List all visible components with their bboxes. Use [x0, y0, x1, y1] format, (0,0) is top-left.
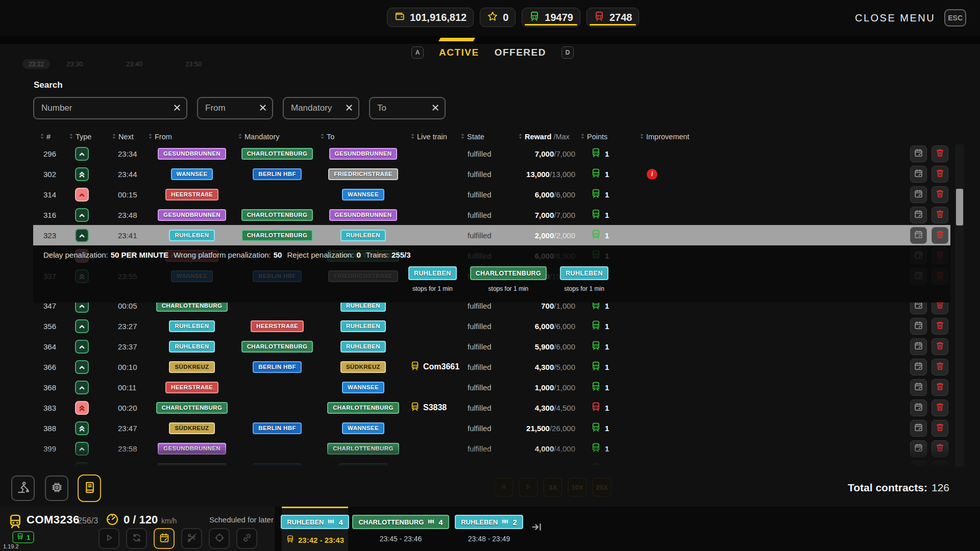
station-badge: HEERSTRAßE: [165, 382, 218, 393]
station-badge: WANNSEE: [342, 189, 384, 201]
uncouple-button[interactable]: [181, 528, 202, 549]
schedule-contract-button[interactable]: [910, 318, 927, 335]
schedule-contract-button[interactable]: [910, 207, 927, 223]
schedule-contract-button[interactable]: [910, 247, 927, 264]
contract-reward: 4,000/4,000: [517, 444, 580, 453]
schedule-stop[interactable]: RUHLEBEN423:42 - 23:43: [282, 507, 348, 551]
chevron-up-icon: [75, 401, 89, 415]
schedule-contract-button[interactable]: [910, 420, 927, 437]
red-trains-counter[interactable]: 2748: [586, 8, 640, 27]
delete-contract-button[interactable]: [932, 461, 948, 471]
contract-row[interactable]: 38823:47SÜDKREUZBERLIN HBFWANNSEEfulfill…: [33, 418, 950, 438]
delete-contract-button[interactable]: [932, 227, 948, 244]
tab-active[interactable]: ACTIVE: [439, 47, 479, 58]
clear-filter-button[interactable]: [172, 103, 183, 114]
column-header-type[interactable]: Type: [63, 133, 100, 141]
contract-row[interactable]: 35623:27RUHLEBENHEERSTRAßERUHLEBENfulfil…: [33, 316, 950, 336]
contract-row[interactable]: 30223:44WANNSEEBERLIN HBFFRIEDRICHSTRAßE…: [33, 164, 950, 184]
delete-contract-button[interactable]: [932, 145, 948, 162]
column-header-live[interactable]: Live train: [408, 133, 460, 141]
trash-icon: [935, 270, 945, 282]
contract-row[interactable]: 36423:37RUHLEBENCHARLOTTENBURGRUHLEBENfu…: [33, 336, 950, 357]
contract-row[interactable]: 32323:41RUHLEBENCHARLOTTENBURGRUHLEBENfu…: [33, 225, 950, 245]
skip-to-end-button[interactable]: [530, 521, 543, 534]
stop-duration-note: stops for 1 min: [564, 285, 604, 292]
close-menu-button[interactable]: CLOSE MENU: [855, 12, 935, 24]
delete-contract-button[interactable]: [932, 318, 948, 335]
schedule-contract-button[interactable]: [910, 186, 927, 203]
delete-contract-button[interactable]: [932, 379, 948, 396]
schedule-contract-button[interactable]: [910, 145, 927, 162]
chevron-up-icon: [75, 360, 89, 374]
column-header-improvement[interactable]: Improvement: [620, 133, 707, 141]
schedule-contract-button[interactable]: [910, 338, 927, 355]
column-header-points[interactable]: Points: [580, 133, 620, 141]
contracts-book-button[interactable]: [78, 474, 101, 502]
column-header-from[interactable]: From: [148, 133, 236, 141]
schedule-contract-button[interactable]: [910, 440, 927, 457]
delete-contract-button[interactable]: [932, 247, 948, 264]
tab-offered[interactable]: OFFERED: [495, 47, 546, 58]
schedule-stop[interactable]: CHARLOTTENBURG423:45 - 23:46: [353, 507, 448, 551]
stars-counter[interactable]: 0: [480, 8, 516, 27]
contract-row[interactable]: 36600:10SÜDKREUZBERLIN HBFSÜDKREUZCom366…: [33, 357, 950, 377]
schedule-contract-button[interactable]: [910, 461, 927, 471]
column-header-next[interactable]: Next: [100, 133, 148, 141]
train-id[interactable]: COM3236: [27, 513, 80, 527]
delete-contract-button[interactable]: [932, 338, 948, 355]
contract-row[interactable]: 38300:20CHARLOTTENBURGCHARLOTTENBURGS383…: [33, 397, 950, 418]
contract-row[interactable]: 40423:56FRIEDRICHSTRAßEBERLIN HBFTEMPELH…: [33, 459, 950, 470]
schedule-contract-button[interactable]: [910, 359, 927, 375]
clear-filter-button[interactable]: [344, 103, 355, 114]
repeat-route-button[interactable]: [126, 528, 147, 549]
delete-contract-button[interactable]: [932, 186, 948, 203]
mandatory-station: BERLIN HBF: [236, 463, 318, 471]
delete-contract-button[interactable]: [932, 207, 948, 223]
construction-mode-button[interactable]: [11, 475, 35, 501]
contract-row[interactable]: 39923:58GESUNDBRUNNENCHARLOTTENBURGfulfi…: [33, 438, 950, 459]
station-badge: RUHLEBEN: [340, 230, 386, 241]
contract-points: 1: [580, 188, 620, 201]
delete-contract-button[interactable]: [932, 399, 948, 416]
systems-button[interactable]: [45, 475, 68, 501]
esc-key-badge[interactable]: ESC: [944, 9, 966, 27]
focus-train-button[interactable]: [209, 528, 230, 549]
live-train: Com3661: [408, 361, 460, 373]
delete-contract-button[interactable]: [932, 420, 948, 437]
contract-reward: 4,300/4,500: [517, 404, 580, 412]
scrollbar-thumb[interactable]: [956, 189, 963, 226]
column-header-reward[interactable]: Reward/Max: [517, 133, 580, 141]
schedule-contract-button[interactable]: [910, 227, 927, 244]
contract-row[interactable]: 31623:48GESUNDBRUNNENCHARLOTTENBURGGESUN…: [33, 205, 950, 225]
delete-contract-button[interactable]: [932, 359, 948, 375]
schedule-contract-button[interactable]: [910, 166, 927, 183]
number-filter-input[interactable]: [33, 97, 187, 119]
table-scrollbar[interactable]: [955, 144, 964, 467]
schedule-contract-button[interactable]: [910, 399, 927, 416]
improvement-info-icon[interactable]: i: [647, 169, 657, 180]
row-actions: [903, 247, 950, 264]
contract-row[interactable]: 29623:34GESUNDBRUNNENCHARLOTTENBURGGESUN…: [33, 143, 950, 164]
edit-schedule-button[interactable]: [154, 528, 175, 549]
sort-icon: [410, 133, 415, 141]
contract-row[interactable]: 31400:15HEERSTRAßEWANNSEEfulfilled6,000/…: [33, 184, 950, 205]
schedule-contract-button[interactable]: [910, 379, 927, 396]
link-train-button[interactable]: [236, 528, 257, 549]
column-header-mandatory[interactable]: Mandatory: [236, 133, 318, 141]
column-header-state[interactable]: State: [460, 133, 517, 141]
schedule-contract-button[interactable]: [910, 268, 927, 285]
to-station: GESUNDBRUNNEN: [318, 148, 408, 160]
column-header-num[interactable]: #: [33, 133, 63, 141]
green-trains-counter[interactable]: 19479: [522, 8, 580, 27]
clear-filter-button[interactable]: [430, 103, 441, 114]
delete-contract-button[interactable]: [932, 440, 948, 457]
column-header-to[interactable]: To: [318, 133, 408, 141]
station-badge: WANNSEE: [171, 168, 213, 180]
delete-contract-button[interactable]: [932, 166, 948, 183]
schedule-stop[interactable]: RUHLEBEN223:48 - 23:49: [453, 507, 525, 551]
money-counter[interactable]: 101,916,812: [387, 8, 474, 27]
delete-contract-button[interactable]: [932, 268, 948, 285]
play-train-button[interactable]: [99, 528, 119, 549]
clear-filter-button[interactable]: [257, 103, 268, 114]
contract-row[interactable]: 36800:11HEERSTRAßEWANNSEEfulfilled1,000/…: [33, 377, 950, 397]
